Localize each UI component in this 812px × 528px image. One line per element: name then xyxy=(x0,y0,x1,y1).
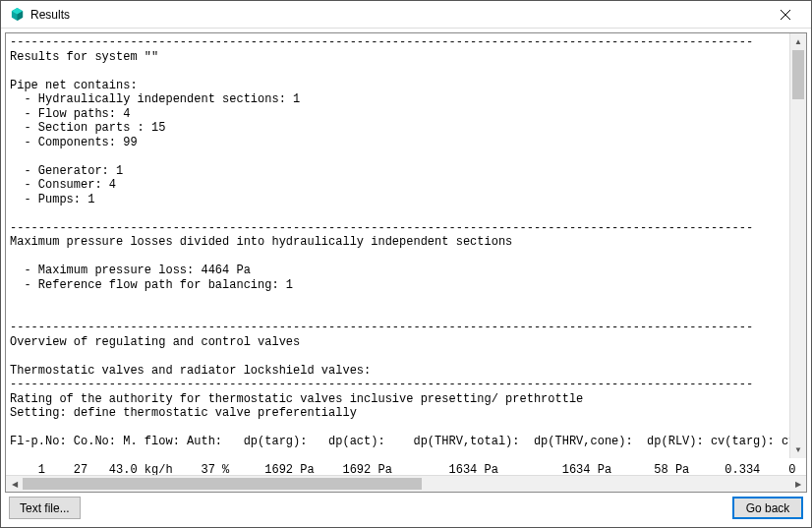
report-panel: ----------------------------------------… xyxy=(5,32,807,493)
scroll-right-arrow-icon[interactable]: ▶ xyxy=(789,476,806,492)
app-cube-icon xyxy=(9,7,25,23)
scroll-left-arrow-icon[interactable]: ◀ xyxy=(6,476,23,492)
horizontal-scroll-track[interactable] xyxy=(23,476,789,492)
go-back-button[interactable]: Go back xyxy=(732,497,803,519)
horizontal-scroll-thumb[interactable] xyxy=(23,478,422,490)
report-text: ----------------------------------------… xyxy=(6,33,806,475)
scroll-up-arrow-icon[interactable]: ▲ xyxy=(790,33,806,50)
window-title: Results xyxy=(30,8,766,22)
button-bar: Text file... Go back xyxy=(5,493,807,523)
horizontal-scrollbar[interactable]: ◀ ▶ xyxy=(6,475,806,492)
close-button[interactable] xyxy=(766,2,805,28)
vertical-scrollbar[interactable]: ▲ ▼ xyxy=(789,33,806,458)
vertical-scroll-thumb[interactable] xyxy=(792,50,804,99)
report-viewport: ----------------------------------------… xyxy=(6,33,806,475)
content-area: ----------------------------------------… xyxy=(1,29,811,527)
titlebar: Results xyxy=(1,1,811,29)
scroll-down-arrow-icon[interactable]: ▼ xyxy=(790,441,806,458)
text-file-button[interactable]: Text file... xyxy=(9,497,81,519)
